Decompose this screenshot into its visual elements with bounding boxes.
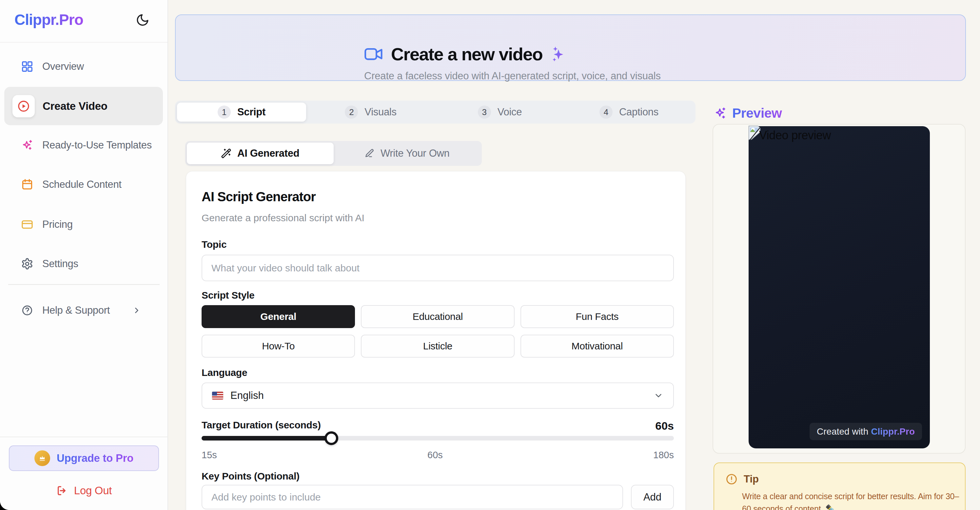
style-option-listicle[interactable]: Listicle (361, 335, 514, 357)
preview-header: Preview (713, 106, 782, 121)
play-circle-icon (13, 95, 35, 118)
sidebar-item-label: Ready-to-Use Templates (42, 139, 152, 151)
sidebar-item-pricing[interactable]: Pricing (4, 213, 163, 236)
preview-title: Preview (732, 106, 782, 121)
language-label: Language (202, 367, 247, 378)
script-style-options: General Educational Fun Facts How-To Lis… (202, 305, 674, 357)
tip-callout: Tip Write a clear and concise script for… (714, 462, 966, 510)
step-script[interactable]: 1 Script (177, 103, 306, 122)
slider-fill (202, 436, 331, 440)
sparkles-icon (21, 139, 34, 152)
slider-thumb[interactable] (325, 431, 338, 445)
moon-icon (136, 13, 151, 27)
key-points-input[interactable] (202, 485, 623, 509)
create-video-banner: Create a new video Create a faceless vid… (175, 14, 966, 81)
sidebar-footer: Upgrade to Pro Log Out (0, 437, 168, 510)
sidebar-item-label: Help & Support (42, 305, 110, 316)
key-points-label: Key Points (Optional) (202, 471, 299, 482)
tip-body: Write a clear and concise script for bet… (742, 490, 962, 510)
page-subtitle: Create a faceless video with AI-generate… (364, 70, 661, 82)
watermark-badge: Created with Clippr.Pro (810, 423, 922, 440)
sidebar-item-settings[interactable]: Settings (4, 252, 163, 276)
step-number: 4 (600, 106, 612, 119)
help-circle-icon (21, 304, 34, 317)
sidebar: Clippr.Pro Overview Create Video Read (0, 0, 168, 510)
pencil-icon (364, 148, 375, 159)
app-logo: Clippr.Pro (14, 11, 83, 29)
logout-icon (56, 485, 67, 496)
calendar-icon (21, 178, 34, 191)
sidebar-item-label: Overview (42, 60, 84, 72)
sidebar-item-create-video[interactable]: Create Video (4, 87, 163, 125)
app-window: Clippr.Pro Overview Create Video Read (0, 0, 980, 510)
duration-ticks: 15s 60s 180s (202, 450, 674, 461)
style-option-general[interactable]: General (202, 305, 355, 328)
style-option-fun-facts[interactable]: Fun Facts (520, 305, 674, 328)
tick-min: 15s (202, 450, 217, 461)
dashboard-icon (21, 60, 34, 73)
tab-write-your-own[interactable]: Write Your Own (334, 143, 480, 164)
topic-input[interactable] (202, 255, 674, 281)
sidebar-item-schedule[interactable]: Schedule Content (4, 173, 163, 196)
tick-mid: 60s (427, 450, 443, 461)
step-progress-bar: 1 Script 2 Visuals 3 Voice 4 Captions (175, 101, 695, 124)
logout-button[interactable]: Log Out (0, 479, 168, 502)
brand-name: Clippr.Pro (871, 426, 915, 437)
step-voice[interactable]: 3 Voice (435, 103, 565, 122)
language-select[interactable]: English (202, 383, 674, 409)
duration-slider[interactable] (202, 431, 674, 445)
add-key-point-button[interactable]: Add (631, 485, 674, 509)
sidebar-item-templates[interactable]: Ready-to-Use Templates (4, 133, 163, 157)
sidebar-item-help[interactable]: Help & Support (4, 299, 163, 322)
card-subtitle: Generate a professional script with AI (202, 212, 364, 224)
alert-circle-icon (725, 473, 738, 485)
credit-card-icon (21, 218, 34, 231)
step-number: 3 (478, 106, 491, 119)
style-option-educational[interactable]: Educational (361, 305, 514, 328)
sidebar-divider (8, 284, 160, 285)
video-preview: Video preview Created with Clippr.Pro (749, 126, 930, 448)
magic-wand-icon (221, 148, 231, 159)
script-mode-tabs: AI Generated Write Your Own (185, 141, 482, 166)
sidebar-item-label: Schedule Content (42, 179, 122, 191)
sidebar-item-label: Create Video (43, 100, 108, 113)
chevron-right-icon (132, 306, 141, 315)
chevron-down-icon (654, 391, 663, 400)
crown-icon (34, 450, 50, 466)
style-option-motivational[interactable]: Motivational (520, 335, 674, 357)
us-flag-icon (212, 392, 223, 400)
sparkles-icon (713, 106, 727, 120)
sidebar-item-label: Pricing (42, 219, 73, 230)
video-camera-icon (364, 46, 383, 62)
sparkles-icon (550, 46, 565, 63)
duration-value: 60s (202, 419, 674, 432)
language-value: English (231, 390, 264, 402)
gear-icon (21, 257, 34, 270)
step-visuals[interactable]: 2 Visuals (306, 103, 435, 122)
sidebar-header: Clippr.Pro (0, 0, 167, 43)
tip-title: Tip (744, 473, 759, 485)
sidebar-item-overview[interactable]: Overview (4, 55, 163, 78)
tick-max: 180s (653, 450, 674, 461)
sidebar-item-label: Settings (42, 258, 78, 270)
style-option-how-to[interactable]: How-To (202, 335, 355, 357)
step-number: 2 (345, 106, 358, 119)
video-alt-text: Video preview (759, 129, 831, 142)
step-captions[interactable]: 4 Captions (565, 103, 694, 122)
topic-label: Topic (202, 239, 226, 250)
card-title: AI Script Generator (202, 189, 316, 204)
upgrade-to-pro-button[interactable]: Upgrade to Pro (9, 445, 159, 471)
page-title: Create a new video (391, 44, 542, 64)
script-style-label: Script Style (202, 290, 255, 301)
dark-mode-toggle[interactable] (136, 13, 151, 27)
step-number: 1 (218, 106, 231, 119)
tab-ai-generated[interactable]: AI Generated (187, 143, 334, 164)
